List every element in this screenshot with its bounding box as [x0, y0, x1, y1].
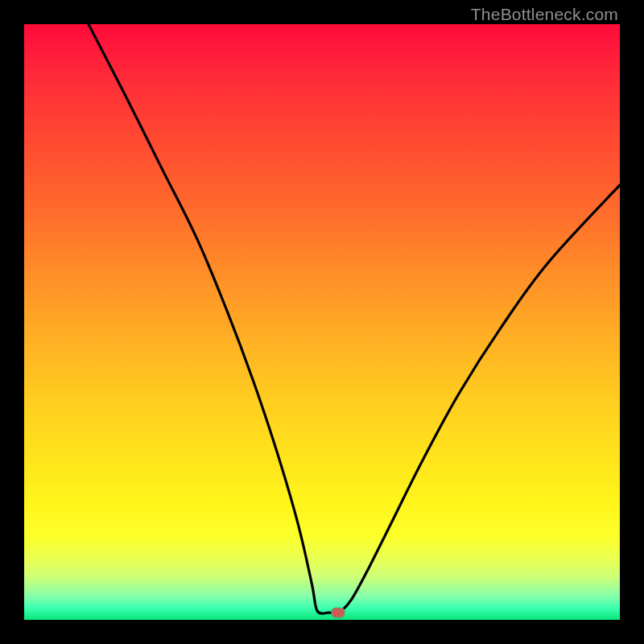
bottleneck-curve	[89, 24, 620, 613]
plot-area	[24, 24, 620, 620]
optimum-marker	[332, 608, 345, 617]
curve-svg	[24, 24, 620, 620]
chart-frame: TheBottleneck.com	[0, 0, 644, 644]
watermark-text: TheBottleneck.com	[471, 5, 618, 24]
